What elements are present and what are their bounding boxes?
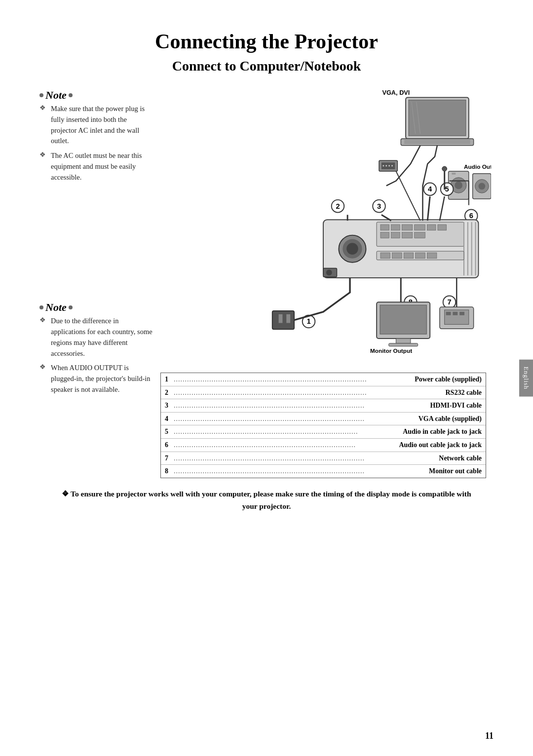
num-1: 1 (306, 317, 310, 325)
legend-num: 4 (165, 414, 174, 424)
svg-rect-37 (402, 232, 413, 238)
svg-rect-36 (391, 232, 400, 238)
center-column: VGA, DVI (153, 84, 494, 478)
legend-label: Power cable (supplied) (413, 375, 482, 384)
monitor-output (377, 302, 430, 346)
svg-point-50 (442, 166, 447, 171)
page: Connecting the Projector Connect to Comp… (0, 0, 533, 756)
legend-label: Audio in cable jack to jack (401, 427, 482, 437)
num-3: 3 (377, 202, 381, 210)
note-item-2-1: ❖ Due to the difference in applications … (39, 316, 153, 359)
svg-rect-30 (391, 225, 400, 230)
num-4: 4 (428, 185, 432, 193)
audio-output-label: Audio Output (464, 163, 491, 170)
legend-row: 5.......................................… (161, 425, 486, 439)
num-7: 7 (447, 298, 451, 306)
num-2: 2 (336, 202, 340, 210)
svg-rect-44 (381, 253, 390, 259)
legend-row: 4.......................................… (161, 413, 486, 426)
page-number: 11 (485, 731, 494, 741)
legend-dots: ........................................… (174, 466, 427, 476)
legend-dots: ........................................… (174, 375, 413, 384)
svg-rect-34 (438, 225, 447, 230)
legend-num: 5 (165, 427, 174, 437)
svg-rect-15 (452, 173, 456, 175)
content-area: Note ❖ Make sure that the power plug is … (39, 84, 494, 478)
svg-rect-3 (404, 140, 470, 144)
svg-point-18 (478, 183, 485, 189)
legend-dots: ........................................… (174, 440, 397, 450)
legend-label: Network cable (437, 454, 482, 463)
svg-rect-38 (415, 232, 425, 238)
svg-point-8 (382, 165, 384, 167)
note-dot-left-1 (39, 93, 43, 97)
vga-connector-top (379, 160, 397, 171)
svg-rect-31 (402, 225, 413, 230)
note-text-2-2: When AUDIO OUTPUT is plugged-in, the pro… (51, 363, 153, 395)
num-6: 6 (469, 212, 473, 220)
legend-num: 8 (165, 466, 174, 476)
svg-rect-29 (381, 225, 389, 230)
num-5: 5 (445, 185, 449, 193)
svg-line-71 (396, 171, 420, 221)
note-box-2: Note ❖ Due to the difference in applicat… (39, 301, 153, 395)
sub-title: Connect to Computer/Notebook (39, 58, 494, 74)
note-item-2-2: ❖ When AUDIO OUTPUT is plugged-in, the p… (39, 363, 153, 395)
svg-point-9 (385, 165, 387, 167)
note-text-1-2: The AC outlet must be near this equipmen… (51, 151, 153, 183)
sidebar-tab: English (519, 360, 533, 397)
svg-rect-62 (380, 305, 426, 334)
svg-point-60 (326, 269, 332, 275)
svg-rect-1 (409, 100, 466, 136)
legend-label: HDMI-DVI cable (428, 401, 482, 411)
note-bullet-1-1: ❖ (39, 104, 46, 147)
svg-rect-48 (427, 253, 437, 259)
note-title-text-1: Note (45, 89, 67, 102)
laptop-device (401, 98, 473, 146)
legend-num: 3 (165, 401, 174, 411)
svg-rect-47 (416, 253, 425, 259)
svg-rect-64 (389, 343, 418, 346)
note-box-1: Note ❖ Make sure that the power plug is … (39, 89, 153, 183)
monitor-output-label: Monitor Output (370, 347, 412, 354)
main-title: Connecting the Projector (39, 30, 494, 53)
svg-rect-32 (415, 225, 425, 230)
bottom-note-text: ❖ To ensure the projector works well wit… (62, 490, 471, 510)
legend-num: 6 (165, 440, 174, 450)
legend-num: 7 (165, 454, 174, 463)
note-title-1: Note (39, 89, 73, 102)
note-bullet-1-2: ❖ (39, 151, 46, 183)
legend-row: 2.......................................… (161, 386, 486, 400)
spacer-1 (39, 192, 153, 301)
note-text-2-1: Due to the difference in applications fo… (51, 316, 153, 359)
legend-table: 1.......................................… (160, 373, 486, 478)
svg-point-14 (455, 182, 462, 189)
note-text-1-1: Make sure that the power plug is fully i… (51, 104, 153, 147)
svg-rect-56 (272, 311, 294, 329)
legend-row: 1.......................................… (161, 373, 486, 386)
legend-row: 6.......................................… (161, 439, 486, 452)
svg-rect-57 (279, 314, 283, 323)
svg-rect-45 (392, 253, 402, 259)
legend-dots: ........................................… (174, 388, 444, 398)
note-title-2: Note (39, 301, 73, 314)
note-dot-right-2 (69, 305, 73, 309)
bottom-note: ❖ To ensure the projector works well wit… (39, 488, 494, 513)
legend-dots: ........................................… (174, 454, 437, 463)
legend-label: RS232 cable (444, 388, 482, 398)
svg-point-27 (346, 243, 358, 255)
speaker-right (473, 174, 491, 199)
svg-rect-46 (404, 253, 414, 259)
svg-rect-33 (427, 225, 436, 230)
projector-body (323, 220, 478, 278)
note-dot-left-2 (39, 305, 43, 309)
legend-row: 3.......................................… (161, 399, 486, 413)
note-title-text-2: Note (45, 301, 67, 314)
legend-row: 8.......................................… (161, 465, 486, 478)
svg-rect-69 (459, 312, 464, 315)
legend-dots: ........................................… (174, 427, 401, 437)
legend-label: Monitor out cable (427, 466, 482, 476)
svg-rect-63 (396, 339, 410, 343)
note-bullet-2-2: ❖ (39, 363, 46, 395)
legend-row: 7.......................................… (161, 452, 486, 465)
